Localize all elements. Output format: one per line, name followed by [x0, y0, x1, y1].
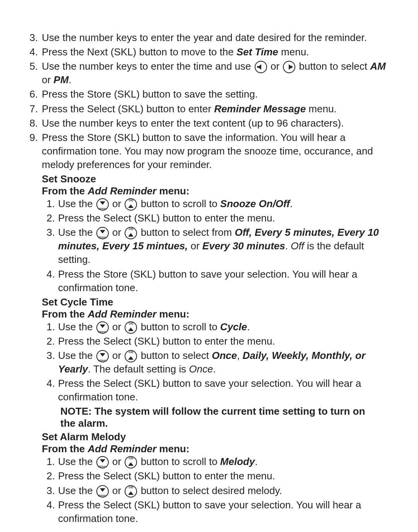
cycle-step-2: 2. Press the Select (SKL) button to ente…: [42, 335, 395, 348]
step-text: Press the Store (SKL) button to save the…: [42, 131, 395, 172]
down-arrow-icon: REDIAL: [96, 227, 109, 239]
up-arrow-icon: CID: [125, 227, 137, 239]
snooze-step-4: 4. Press the Store (SKL) button to save …: [42, 268, 395, 295]
melody-step-4: 4. Press the Select (SKL) button to save…: [42, 498, 395, 525]
step-num: 3.: [42, 226, 58, 266]
snooze-title: Set Snooze: [42, 173, 395, 185]
step-4: 4. Press the Next (SKL) button to move t…: [23, 45, 395, 59]
down-arrow-icon: REDIAL: [96, 321, 109, 334]
step-text: Use the REDIAL or CID button to scroll t…: [58, 197, 395, 211]
step-text: Press the Select (SKL) button to enter R…: [42, 102, 395, 116]
step-text: Press the Select (SKL) button to enter t…: [58, 469, 395, 483]
snooze-subtitle: From the Add Reminder menu:: [42, 185, 395, 197]
step-text: Press the Select (SKL) button to enter t…: [58, 335, 395, 348]
step-num: 8.: [23, 117, 42, 130]
down-arrow-icon: REDIAL: [96, 350, 109, 362]
step-num: 4.: [42, 377, 58, 404]
cycle-subtitle: From the Add Reminder menu:: [42, 308, 395, 320]
step-text: Press the Select (SKL) button to save yo…: [58, 498, 395, 525]
cycle-title: Set Cycle Time: [42, 296, 395, 308]
right-arrow-icon: ⏸: [283, 61, 295, 73]
melody-title: Set Alarm Melody: [42, 431, 395, 443]
step-text: Press the Select (SKL) button to enter t…: [58, 211, 395, 225]
step-num: 3.: [23, 31, 42, 45]
step-num: 4.: [42, 268, 58, 295]
step-num: 2.: [42, 469, 58, 483]
down-arrow-icon: REDIAL: [96, 456, 109, 469]
cycle-step-4: 4. Press the Select (SKL) button to save…: [42, 377, 395, 404]
step-text: Press the Store (SKL) button to save the…: [42, 88, 395, 101]
cycle-step-3: 3. Use the REDIAL or CID button to selec…: [42, 349, 395, 376]
step-num: 3.: [42, 349, 58, 376]
step-text: Use the REDIAL or CID button to select O…: [58, 349, 395, 376]
step-text: Use the REDIAL or CID button to select d…: [58, 484, 395, 498]
snooze-step-1: 1. Use the REDIAL or CID button to scrol…: [42, 197, 395, 211]
up-arrow-icon: CID: [125, 456, 137, 469]
cycle-step-1: 1. Use the REDIAL or CID button to scrol…: [42, 320, 395, 334]
step-text: Use the REDIAL or CID button to select f…: [58, 226, 395, 266]
step-text: Press the Select (SKL) button to save yo…: [58, 377, 395, 404]
step-text: Use the number keys to enter the time an…: [42, 60, 395, 87]
step-num: 1.: [42, 455, 58, 469]
up-arrow-icon: CID: [125, 198, 137, 211]
step-3: 3. Use the number keys to enter the year…: [23, 31, 395, 45]
melody-step-3: 3. Use the REDIAL or CID button to selec…: [42, 484, 395, 498]
step-num: 1.: [42, 197, 58, 211]
step-num: 9.: [23, 131, 42, 172]
down-arrow-icon: REDIAL: [96, 485, 109, 498]
cycle-note: NOTE: The system will follow the current…: [60, 405, 379, 429]
step-9: 9. Press the Store (SKL) button to save …: [23, 131, 395, 172]
step-num: 1.: [42, 320, 58, 334]
step-num: 7.: [23, 102, 42, 116]
step-num: 2.: [42, 211, 58, 225]
down-arrow-icon: REDIAL: [96, 198, 109, 211]
step-num: 5.: [23, 60, 42, 87]
step-5: 5. Use the number keys to enter the time…: [23, 60, 395, 87]
left-arrow-icon: [255, 61, 267, 73]
step-num: 6.: [23, 88, 42, 101]
step-text: Press the Store (SKL) button to save you…: [58, 268, 395, 295]
up-arrow-icon: CID: [125, 350, 137, 362]
up-arrow-icon: CID: [125, 485, 137, 498]
step-text: Use the number keys to enter the text co…: [42, 117, 395, 130]
step-8: 8. Use the number keys to enter the text…: [23, 117, 395, 130]
step-6: 6. Press the Store (SKL) button to save …: [23, 88, 395, 101]
step-num: 4.: [23, 45, 42, 59]
snooze-step-3: 3. Use the REDIAL or CID button to selec…: [42, 226, 395, 266]
snooze-step-2: 2. Press the Select (SKL) button to ente…: [42, 211, 395, 225]
step-text: Use the REDIAL or CID button to scroll t…: [58, 320, 395, 334]
step-text: Press the Next (SKL) button to move to t…: [42, 45, 395, 59]
up-arrow-icon: CID: [125, 321, 137, 334]
step-num: 3.: [42, 484, 58, 498]
melody-subtitle: From the Add Reminder menu:: [42, 443, 395, 455]
melody-step-2: 2. Press the Select (SKL) button to ente…: [42, 469, 395, 483]
step-7: 7. Press the Select (SKL) button to ente…: [23, 102, 395, 116]
melody-step-1: 1. Use the REDIAL or CID button to scrol…: [42, 455, 395, 469]
step-num: 4.: [42, 498, 58, 525]
step-text: Use the REDIAL or CID button to scroll t…: [58, 455, 395, 469]
step-text: Use the number keys to enter the year an…: [42, 31, 395, 45]
step-num: 2.: [42, 335, 58, 348]
page: 3. Use the number keys to enter the year…: [0, 0, 418, 532]
